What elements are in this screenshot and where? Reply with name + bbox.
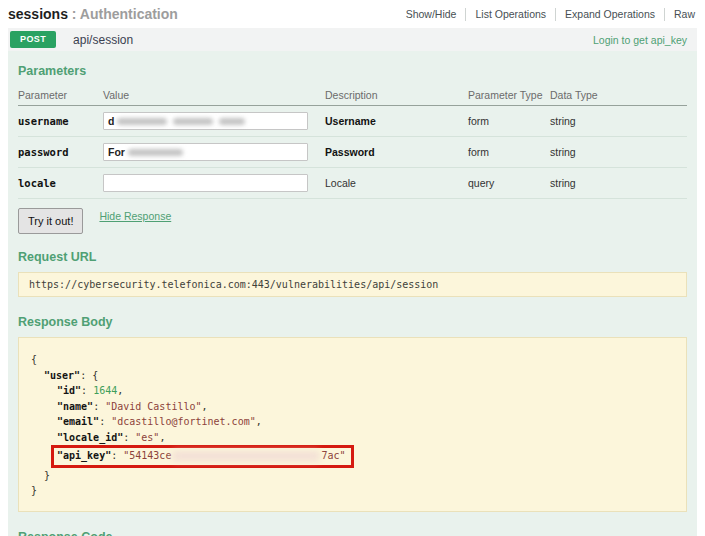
param-name: username [18, 115, 103, 127]
endpoint-bar[interactable]: POST api/session Login to get api_key [8, 28, 697, 51]
title-separator: : [68, 6, 80, 22]
parameters-table: Parameter Value Description Parameter Ty… [18, 84, 687, 199]
json-line: "user": { [31, 368, 674, 384]
header-links: Show/Hide List Operations Expand Operati… [397, 8, 699, 21]
locale-input[interactable] [103, 174, 308, 192]
hide-response-link[interactable]: Hide Response [99, 210, 171, 222]
col-value: Value [103, 89, 325, 101]
redacted-text [173, 118, 213, 125]
page-title: sessions : Authentication [8, 6, 178, 22]
redacted-text [219, 118, 245, 125]
request-url-box: https://cybersecurity.telefonica.com:443… [18, 272, 687, 297]
parameters-table-header: Parameter Value Description Parameter Ty… [18, 84, 687, 106]
json-line: } [31, 483, 674, 499]
json-line: { [31, 352, 674, 368]
login-to-get-api-key-link[interactable]: Login to get api_key [593, 34, 687, 46]
param-data-type: string [550, 146, 687, 158]
param-name: locale [18, 177, 103, 189]
param-type: query [468, 177, 550, 189]
col-description: Description [325, 89, 468, 101]
redacted-text [128, 149, 183, 156]
api-key-highlight-box: "api_key": "54143ce7ac" [51, 445, 354, 468]
expand-operations-link[interactable]: Expand Operations [556, 8, 664, 20]
json-line: "email": "dcastillo@fortinet.com", [31, 414, 674, 430]
col-data-type: Data Type [550, 89, 687, 101]
request-url-value: https://cybersecurity.telefonica.com:443… [29, 279, 438, 290]
response-body-box: { "user": { "id": 1644, "name": "David C… [18, 337, 687, 512]
parameter-row-locale: locale Locale query string [18, 168, 687, 199]
show-hide-link[interactable]: Show/Hide [397, 8, 466, 20]
redacted-text [117, 118, 167, 125]
page-header: sessions : Authentication Show/Hide List… [0, 0, 705, 28]
response-body-heading: Response Body [18, 315, 687, 329]
endpoint-path[interactable]: api/session [73, 33, 133, 47]
username-value-visible: d [108, 115, 114, 127]
password-value-visible: For [108, 146, 125, 158]
password-input[interactable]: For [103, 143, 308, 161]
raw-link[interactable]: Raw [665, 8, 699, 20]
request-url-heading: Request URL [18, 250, 687, 264]
param-name: password [18, 146, 103, 158]
json-line: } [31, 468, 674, 484]
http-method-badge[interactable]: POST [10, 31, 56, 48]
parameter-row-password: password For Password form string [18, 137, 687, 168]
col-parameter-type: Parameter Type [468, 89, 550, 101]
actions-row: Try it out! Hide Response [18, 208, 687, 234]
list-operations-link[interactable]: List Operations [466, 8, 555, 20]
json-line: "name": "David Castillo", [31, 399, 674, 415]
param-type: form [468, 146, 550, 158]
json-line-api-key: "api_key": "54143ce7ac" [31, 445, 674, 468]
parameter-row-username: username d Username form string [18, 106, 687, 137]
param-description: Locale [325, 177, 468, 189]
param-description: Username [325, 115, 468, 127]
param-type: form [468, 115, 550, 127]
try-it-out-button[interactable]: Try it out! [18, 208, 83, 234]
response-code-heading: Response Code [18, 530, 687, 536]
resource-name: sessions [8, 6, 68, 22]
operation-content: Parameters Parameter Value Description P… [8, 51, 697, 536]
redacted-api-key [172, 451, 320, 461]
json-line: "locale_id": "es", [31, 430, 674, 446]
username-input[interactable]: d [103, 112, 308, 130]
resource-description: Authentication [80, 6, 178, 22]
param-data-type: string [550, 115, 687, 127]
param-data-type: string [550, 177, 687, 189]
col-parameter: Parameter [18, 89, 103, 101]
json-line: "id": 1644, [31, 383, 674, 399]
param-description: Password [325, 146, 468, 158]
parameters-heading: Parameters [18, 64, 687, 78]
